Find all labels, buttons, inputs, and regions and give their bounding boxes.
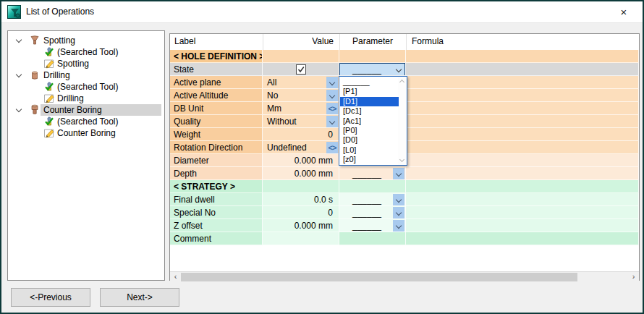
tree-item-drilling[interactable]: Drilling	[8, 69, 164, 81]
value-cell[interactable]: No	[263, 89, 339, 102]
scroll-right-arrow-icon[interactable]: ›	[628, 272, 639, 282]
dropdown-item-z0[interactable]: [z0]	[340, 155, 399, 164]
searched-tool-icon	[43, 81, 55, 93]
tree-item-spotting[interactable]: Spotting	[8, 58, 164, 69]
dropdown-item-Dc1[interactable]: [Dc1]	[340, 106, 399, 116]
formula-cell[interactable]	[406, 232, 639, 245]
dropdown-chevron-icon[interactable]	[326, 90, 338, 101]
tree-item-searched-tool[interactable]: (Searched Tool)	[8, 81, 164, 93]
formula-cell[interactable]	[406, 193, 639, 206]
tree-item-drilling[interactable]: Drilling	[8, 93, 164, 104]
column-header-value: Value	[263, 36, 334, 46]
exchange-icon[interactable]: <>	[326, 142, 338, 153]
value-cell[interactable]: Without	[263, 115, 339, 128]
dropdown-scrollbar[interactable]	[398, 77, 407, 165]
previous-button[interactable]: <-Previous	[11, 288, 90, 307]
formula-cell[interactable]	[406, 89, 639, 102]
combobox-chevron-icon[interactable]	[396, 67, 402, 72]
parameter-cell[interactable]: ______	[339, 206, 406, 219]
parameter-combobox-open[interactable]: ______	[339, 63, 405, 76]
value-cell[interactable]: Undefined<>	[263, 141, 339, 154]
parameter-cell[interactable]	[339, 232, 406, 245]
dropdown-chevron-icon[interactable]	[326, 77, 338, 88]
next-button[interactable]: Next->	[100, 288, 179, 307]
exchange-icon[interactable]: <>	[326, 103, 338, 114]
label-cell: Final dwell	[170, 193, 263, 206]
value-cell[interactable]: 0.0 s	[263, 193, 339, 206]
formula-cell[interactable]	[406, 154, 639, 167]
label-cell: < STRATEGY >	[170, 180, 263, 193]
parameter-dropdown-list: ______[P1][D1][Dc1][Ac1][P0][D0][L0][z0]	[339, 76, 407, 166]
dropdown-chevron-icon[interactable]	[393, 220, 404, 232]
dropdown-chevron-icon[interactable]	[393, 168, 404, 179]
tree-item-counter-boring[interactable]: Counter Boring	[8, 104, 164, 116]
label-cell: Active plane	[170, 76, 263, 89]
parameter-blank-value[interactable]: ______	[339, 208, 394, 218]
list-of-operations-dialog: List of Operations × Spotting(Searched T…	[0, 0, 644, 314]
tree-item-searched-tool[interactable]: (Searched Tool)	[8, 116, 164, 127]
value-cell[interactable]: 0.000 mm	[263, 219, 339, 232]
dropdown-item-P1[interactable]: [P1]	[340, 87, 399, 96]
dropdown-chevron-icon[interactable]	[393, 194, 404, 205]
row-label: < STRATEGY >	[174, 182, 235, 192]
parameter-cell[interactable]: ______	[339, 63, 406, 76]
value-cell[interactable]	[263, 63, 339, 76]
parameter-cell[interactable]: ______	[339, 193, 406, 206]
title-bar: List of Operations ×	[1, 1, 643, 23]
chevron-down-icon[interactable]	[16, 72, 22, 77]
scroll-down-icon[interactable]	[399, 157, 404, 162]
formula-cell[interactable]	[406, 102, 639, 115]
label-cell: Active Altitude	[170, 89, 263, 102]
formula-cell[interactable]	[406, 141, 639, 154]
scroll-up-icon[interactable]	[399, 80, 404, 85]
close-icon[interactable]: ×	[615, 4, 632, 20]
window-title: List of Operations	[26, 7, 94, 17]
scroll-left-arrow-icon[interactable]: ‹	[170, 272, 181, 282]
parameter-cell[interactable]: ______	[339, 219, 406, 232]
tree-item-counter-boring[interactable]: Counter Boring	[8, 127, 164, 139]
parameter-blank-value[interactable]: ______	[339, 221, 394, 231]
parameter-blank-value[interactable]: ______	[339, 195, 394, 205]
tree-item-spotting[interactable]: Spotting	[8, 35, 164, 46]
dropdown-item-D0[interactable]: [D0]	[340, 135, 399, 145]
formula-cell[interactable]	[406, 63, 639, 76]
value-cell[interactable]: 0	[263, 128, 339, 141]
scrollbar-thumb[interactable]	[181, 273, 577, 281]
value-cell[interactable]: Mm<>	[263, 102, 339, 115]
dropdown-chevron-icon[interactable]	[393, 207, 404, 218]
column-header-formula: Formula	[412, 36, 444, 46]
value-cell[interactable]: 0.000 mm	[263, 167, 339, 180]
dropdown-item-L0[interactable]: [L0]	[340, 145, 399, 155]
tree-item-searched-tool[interactable]: (Searched Tool)	[8, 46, 164, 58]
tree-item-label: Spotting	[43, 35, 75, 46]
formula-cell[interactable]	[406, 115, 639, 128]
row-value: All	[267, 77, 276, 88]
parameter-cell[interactable]: ______	[339, 167, 406, 180]
value-cell[interactable]: All	[263, 76, 339, 89]
formula-cell[interactable]	[406, 219, 639, 232]
label-cell: Comment	[170, 232, 263, 245]
dropdown-item-D1[interactable]: [D1]	[340, 97, 399, 106]
dropdown-item-P0[interactable]: [P0]	[340, 126, 399, 135]
formula-cell[interactable]	[406, 76, 639, 89]
value-cell[interactable]: 0	[263, 206, 339, 219]
table-row-final-dwell: Final dwell0.0 s______	[170, 193, 639, 206]
chevron-down-icon[interactable]	[16, 106, 22, 112]
state-checkbox[interactable]	[296, 64, 306, 75]
column-divider	[339, 34, 340, 50]
dropdown-item-Ac1[interactable]: [Ac1]	[340, 116, 399, 126]
chevron-down-icon[interactable]	[16, 37, 22, 43]
formula-cell[interactable]	[406, 128, 639, 141]
formula-cell[interactable]	[406, 167, 639, 180]
searched-tool-icon	[43, 46, 55, 58]
row-value: 0.000 mm	[295, 169, 333, 179]
value-cell[interactable]: 0.000 mm	[263, 154, 339, 167]
dropdown-item-[interactable]: ______	[340, 77, 399, 87]
parameter-blank-value[interactable]: ______	[339, 169, 394, 179]
column-header-label: Label	[174, 36, 195, 46]
horizontal-scrollbar[interactable]: ‹ ›	[170, 271, 639, 281]
value-cell[interactable]	[263, 232, 339, 245]
formula-cell[interactable]	[406, 206, 639, 219]
label-cell: Rotation Direction	[170, 141, 263, 154]
dropdown-chevron-icon[interactable]	[326, 116, 338, 127]
